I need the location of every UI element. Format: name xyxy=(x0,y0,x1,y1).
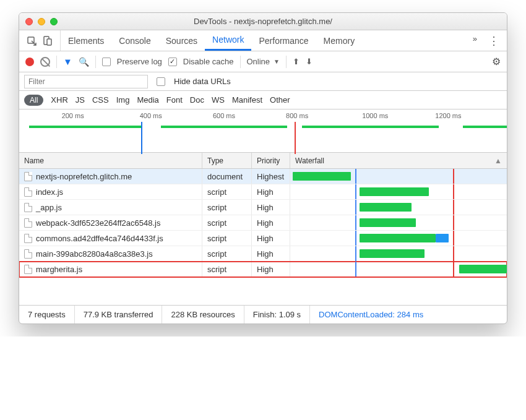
request-name: main-399abc8280a4a8ca38e3.js xyxy=(36,249,153,259)
request-name: _app.js xyxy=(36,203,62,212)
tab-network[interactable]: Network xyxy=(205,30,251,51)
file-icon xyxy=(24,218,32,228)
status-finish: Finish: 1.09 s xyxy=(244,306,310,324)
table-row[interactable]: _app.jsscriptHigh xyxy=(19,200,507,215)
more-tabs-icon[interactable]: » xyxy=(473,34,477,48)
filter-css[interactable]: CSS xyxy=(92,95,109,105)
tick: 200 ms xyxy=(62,112,84,119)
window-title: DevTools - nextjs-noprefetch.glitch.me/ xyxy=(19,17,507,26)
chevron-down-icon: ▼ xyxy=(274,58,280,65)
sort-icon: ▲ xyxy=(494,156,502,165)
request-waterfall xyxy=(290,231,507,246)
network-toolbar: ▼ 🔍 Preserve log Disable cache Online ▼ … xyxy=(19,51,507,72)
hide-data-urls-label: Hide data URLs xyxy=(174,77,231,86)
throttle-select[interactable]: Online ▼ xyxy=(247,57,280,66)
kebab-menu-icon[interactable]: ⋮ xyxy=(488,34,499,48)
file-icon xyxy=(24,203,32,212)
request-type: script xyxy=(202,246,252,261)
request-name: nextjs-noprefetch.glitch.me xyxy=(36,172,132,181)
request-priority: High xyxy=(252,200,290,215)
inspect-icon[interactable] xyxy=(27,36,37,46)
titlebar: DevTools - nextjs-noprefetch.glitch.me/ xyxy=(19,13,507,30)
file-icon xyxy=(24,265,32,274)
filter-other[interactable]: Other xyxy=(270,95,290,105)
device-icon[interactable] xyxy=(43,36,53,46)
file-icon xyxy=(24,249,32,259)
download-icon[interactable]: ⬇ xyxy=(306,57,313,66)
tab-sources[interactable]: Sources xyxy=(158,30,205,51)
filter-js[interactable]: JS xyxy=(75,95,85,105)
clear-icon[interactable] xyxy=(40,57,50,67)
table-row[interactable]: commons.ad42dffe4ca746d4433f.jsscriptHig… xyxy=(19,231,507,246)
preserve-log-checkbox[interactable] xyxy=(102,58,111,66)
request-priority: Highest xyxy=(252,169,290,184)
request-waterfall xyxy=(290,184,507,199)
filter-img[interactable]: Img xyxy=(116,95,130,105)
request-type: script xyxy=(202,200,252,215)
request-priority: High xyxy=(252,231,290,246)
request-waterfall xyxy=(290,169,507,184)
filter-all[interactable]: All xyxy=(24,95,43,106)
file-icon xyxy=(24,234,32,243)
request-priority: High xyxy=(252,184,290,199)
tick: 1200 ms xyxy=(435,112,461,119)
disable-cache-checkbox[interactable] xyxy=(168,58,177,66)
col-waterfall[interactable]: Waterfall ▲ xyxy=(290,153,507,168)
filter-xhr[interactable]: XHR xyxy=(51,95,67,105)
col-name[interactable]: Name xyxy=(19,153,202,168)
table-row[interactable]: nextjs-noprefetch.glitch.medocumentHighe… xyxy=(19,169,507,184)
type-filter-row: AllXHRJSCSSImgMediaFontDocWSManifestOthe… xyxy=(19,91,507,109)
status-requests: 7 requests xyxy=(19,306,75,324)
record-icon[interactable] xyxy=(25,58,34,66)
status-resources: 228 KB resources xyxy=(162,306,244,324)
tab-memory[interactable]: Memory xyxy=(316,30,363,51)
filter-font[interactable]: Font xyxy=(166,95,183,105)
request-waterfall xyxy=(290,262,507,276)
tick: 1000 ms xyxy=(362,112,388,119)
request-waterfall xyxy=(290,200,507,215)
table-row[interactable]: main-399abc8280a4a8ca38e3.jsscriptHigh xyxy=(19,246,507,262)
tab-console[interactable]: Console xyxy=(111,30,158,51)
request-type: script xyxy=(202,262,252,276)
panel-tabs: ElementsConsoleSourcesNetworkPerformance… xyxy=(19,30,507,51)
request-name: margherita.js xyxy=(36,265,82,274)
timeline[interactable]: 200 ms400 ms600 ms800 ms1000 ms1200 ms xyxy=(19,109,507,153)
filter-media[interactable]: Media xyxy=(137,95,158,105)
upload-icon[interactable]: ⬆ xyxy=(293,57,300,66)
tab-elements[interactable]: Elements xyxy=(61,30,111,51)
col-priority[interactable]: Priority xyxy=(252,153,290,168)
status-dcl: DOMContentLoaded: 284 ms xyxy=(310,306,432,324)
request-name: webpack-3df6523e264ff2ac6548.js xyxy=(36,218,160,228)
status-bar: 7 requests 77.9 KB transferred 228 KB re… xyxy=(19,305,507,324)
file-icon xyxy=(24,172,32,181)
col-type[interactable]: Type xyxy=(202,153,252,168)
gear-icon[interactable]: ⚙ xyxy=(492,56,501,67)
request-table: nextjs-noprefetch.glitch.medocumentHighe… xyxy=(19,169,507,305)
preserve-log-label: Preserve log xyxy=(117,57,162,66)
disable-cache-label: Disable cache xyxy=(183,57,234,66)
filter-ws[interactable]: WS xyxy=(212,95,225,105)
table-row[interactable]: webpack-3df6523e264ff2ac6548.jsscriptHig… xyxy=(19,215,507,231)
request-waterfall xyxy=(290,215,507,230)
tick: 600 ms xyxy=(213,112,235,119)
request-type: script xyxy=(202,215,252,230)
tick: 800 ms xyxy=(286,112,308,119)
tab-performance[interactable]: Performance xyxy=(251,30,316,51)
status-transferred: 77.9 KB transferred xyxy=(75,306,163,324)
table-row[interactable]: margherita.jsscriptHigh xyxy=(19,262,507,277)
devtools-window: DevTools - nextjs-noprefetch.glitch.me/ … xyxy=(19,12,507,324)
request-name: commons.ad42dffe4ca746d4433f.js xyxy=(36,234,163,243)
filter-icon[interactable]: ▼ xyxy=(63,56,72,67)
filter-input[interactable] xyxy=(24,75,148,88)
filter-manifest[interactable]: Manifest xyxy=(232,95,262,105)
filter-doc[interactable]: Doc xyxy=(190,95,204,105)
request-type: document xyxy=(202,169,252,184)
search-icon[interactable]: 🔍 xyxy=(79,57,89,67)
request-type: script xyxy=(202,231,252,246)
hide-data-urls-checkbox[interactable] xyxy=(157,77,165,86)
request-priority: High xyxy=(252,246,290,261)
request-priority: High xyxy=(252,262,290,276)
request-priority: High xyxy=(252,215,290,230)
table-row[interactable]: index.jsscriptHigh xyxy=(19,184,507,200)
file-icon xyxy=(24,187,32,197)
